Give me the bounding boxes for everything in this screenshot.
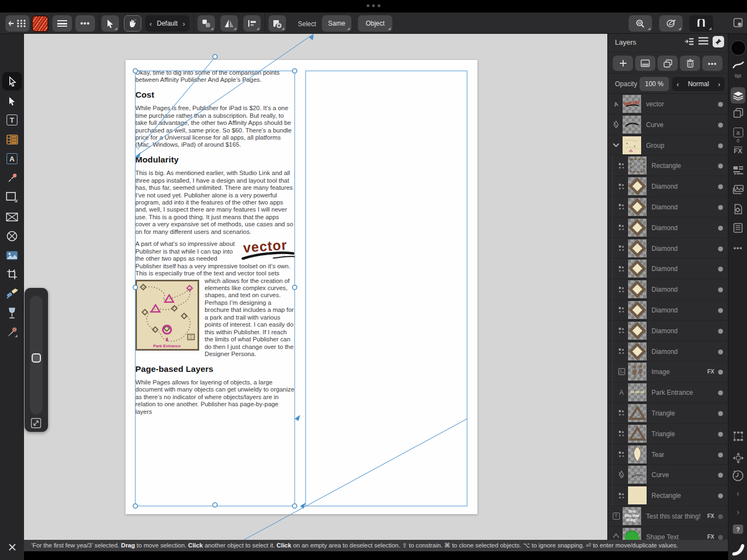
visibility-toggle[interactable] [718, 205, 723, 210]
layer-row[interactable]: Triangle [608, 424, 728, 444]
layer-thumbnail[interactable] [623, 116, 641, 134]
undo-button[interactable]: ‹ [728, 489, 747, 498]
layer-label[interactable]: Image [652, 368, 670, 376]
layer-label[interactable]: Group [646, 142, 664, 149]
layer-row[interactable]: Diamond [608, 321, 728, 341]
layer-thumbnail[interactable] [628, 342, 647, 360]
select-same-button[interactable]: Same [322, 15, 351, 32]
visibility-toggle[interactable] [718, 226, 723, 231]
chevron-left-icon[interactable]: ‹ [677, 80, 679, 88]
visibility-toggle[interactable] [718, 370, 723, 375]
color-picker-tool-button[interactable] [0, 323, 24, 341]
table-tool-button[interactable] [0, 130, 24, 149]
history-button[interactable] [728, 470, 747, 481]
visibility-toggle[interactable] [718, 267, 723, 272]
vector-brush-tool-button[interactable] [0, 285, 24, 303]
layer-thumbnail[interactable] [628, 198, 647, 216]
layer-label[interactable]: Shape Text [646, 533, 679, 540]
layer-label[interactable]: Diamond [652, 203, 678, 211]
paragraph-studio-button[interactable] [728, 166, 747, 174]
fx-badge[interactable]: FX [707, 513, 714, 519]
visibility-toggle[interactable] [718, 308, 723, 313]
stroke-style-button[interactable] [728, 61, 747, 69]
layer-thumbnail[interactable] [628, 177, 647, 195]
text-styles-studio-button[interactable]: a [728, 128, 747, 137]
layer-label[interactable]: Diamond [652, 286, 678, 293]
layers-studio-button[interactable] [731, 87, 745, 104]
layer-thumbnail[interactable] [628, 363, 647, 381]
visibility-toggle[interactable] [718, 102, 723, 107]
deselect-button[interactable] [0, 538, 24, 556]
pages-studio-button[interactable] [728, 108, 747, 118]
fields-studio-button[interactable] [728, 223, 747, 233]
layer-row[interactable]: Tear [608, 444, 728, 465]
layer-label[interactable]: Diamond [652, 183, 678, 190]
layer-row[interactable]: Curve [608, 115, 728, 135]
duplicate-button[interactable] [268, 15, 286, 32]
opacity-value[interactable]: 100 % [640, 77, 669, 91]
layer-row[interactable]: APark Entrance [608, 382, 728, 403]
visibility-toggle[interactable] [718, 329, 723, 334]
transparency-tool-button[interactable] [0, 304, 24, 322]
fx-badge[interactable]: FX [707, 534, 714, 540]
studio-more-button[interactable]: ••• [728, 244, 747, 252]
layer-row[interactable]: Rectangle [608, 485, 728, 506]
flip-button[interactable] [220, 15, 238, 32]
layer-label[interactable]: Test this star thing! [646, 513, 701, 520]
layer-more-button[interactable]: ••• [702, 56, 722, 71]
help-button[interactable]: ? [728, 525, 747, 534]
layer-row[interactable]: ImageFX [608, 362, 728, 382]
layer-row[interactable]: Group [608, 135, 728, 156]
layer-thumbnail[interactable] [628, 466, 647, 484]
layer-row[interactable]: Curve [608, 465, 728, 485]
mask-layer-button[interactable] [635, 56, 655, 71]
layer-row[interactable]: Rectangle [608, 155, 728, 176]
visibility-toggle[interactable] [718, 390, 723, 395]
layer-label[interactable]: vector [646, 100, 664, 108]
layer-label[interactable]: Rectangle [652, 162, 681, 170]
layer-row[interactable]: Diamond [608, 238, 728, 259]
selected-text-frame[interactable]: Okay, time to dig into some of the compa… [135, 69, 296, 418]
slider-handle[interactable] [32, 353, 41, 363]
layer-row[interactable]: Diamond [608, 279, 728, 300]
select-tool-button[interactable] [101, 15, 119, 32]
visibility-toggle[interactable] [718, 184, 723, 189]
artistic-text-tool-button[interactable]: A [0, 149, 24, 168]
layer-label[interactable]: Diamond [652, 306, 678, 314]
visibility-toggle[interactable] [718, 514, 723, 519]
pin-panel-button[interactable] [713, 36, 724, 47]
visibility-toggle[interactable] [718, 123, 723, 128]
transform-panel-button[interactable] [728, 431, 747, 442]
layer-thumbnail[interactable] [628, 219, 647, 237]
chevron-left-icon[interactable]: ‹ [150, 20, 152, 28]
panel-toggle-button[interactable] [732, 18, 744, 27]
delete-layer-button[interactable] [680, 56, 700, 71]
layer-row[interactable]: Triangle [608, 403, 728, 424]
layer-label[interactable]: Diamond [652, 348, 678, 356]
resource-manager-studio-button[interactable] [728, 204, 747, 214]
visibility-toggle[interactable] [718, 350, 723, 354]
snapping-button[interactable] [689, 15, 713, 32]
back-home-button[interactable] [5, 15, 29, 32]
visibility-toggle[interactable] [718, 287, 723, 292]
frame-text-tool-button[interactable]: T [0, 111, 24, 129]
delete-button[interactable] [0, 557, 24, 560]
fx-badge[interactable]: FX [707, 369, 714, 375]
layer-row[interactable]: TTestthis starthing!Test this star thing… [608, 506, 728, 527]
chevron-right-icon[interactable]: › [183, 20, 185, 28]
layer-thumbnail[interactable] [628, 239, 647, 257]
slider-track[interactable] [30, 296, 43, 414]
layer-label[interactable]: Diamond [652, 265, 678, 273]
layer-label[interactable]: Curve [652, 471, 669, 479]
document-page[interactable]: Okay, time to dig into some of the compa… [126, 60, 477, 514]
visibility-toggle[interactable] [718, 246, 723, 251]
zoom-options-button[interactable] [629, 15, 652, 32]
select-object-button[interactable]: Object [358, 15, 392, 32]
hand-gesture-button[interactable] [124, 15, 141, 32]
layer-label[interactable]: Diamond [652, 245, 678, 252]
layer-row[interactable]: Diamond [608, 176, 728, 197]
layer-label[interactable]: Triangle [652, 430, 675, 438]
move-panel-button[interactable] [728, 453, 747, 463]
add-layer-button[interactable] [613, 56, 633, 71]
layer-label[interactable]: Curve [646, 121, 664, 129]
